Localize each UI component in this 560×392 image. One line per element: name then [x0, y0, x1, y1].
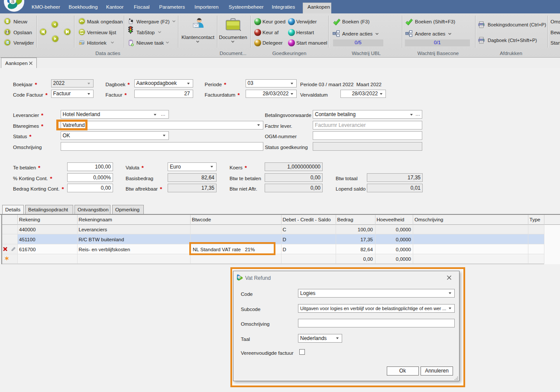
- svg-text:a: a: [11, 0, 15, 4]
- svg-text:↗: ↗: [6, 42, 9, 44]
